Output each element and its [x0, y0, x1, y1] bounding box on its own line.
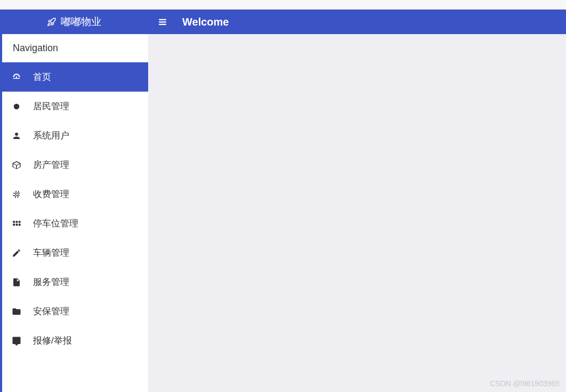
app-container: 嘟嘟物业 Navigation 首页 居民管理 系统用户 — [0, 10, 566, 392]
brand-header[interactable]: 嘟嘟物业 — [0, 10, 148, 34]
nav-item-label: 停车位管理 — [33, 217, 78, 230]
nav-item-fees[interactable]: 收费管理 — [2, 179, 148, 209]
nav-item-repair-report[interactable]: 报修/举报 — [2, 326, 148, 355]
nav-item-vehicles[interactable]: 车辆管理 — [2, 238, 148, 267]
file-icon — [12, 277, 21, 287]
nav-item-parking[interactable]: 停车位管理 — [2, 209, 148, 238]
nav-item-label: 安保管理 — [33, 305, 69, 317]
nav-section-header: Navigation — [2, 34, 148, 62]
nav-item-label: 收费管理 — [33, 188, 69, 200]
circle-icon — [12, 102, 21, 111]
svg-rect-7 — [159, 19, 166, 20]
box-icon — [12, 160, 21, 170]
folder-icon — [12, 307, 21, 316]
page-title: Welcome — [182, 16, 229, 28]
nav-item-label: 车辆管理 — [33, 247, 69, 259]
nav-item-property[interactable]: 房产管理 — [2, 150, 148, 179]
nav-item-label: 系统用户 — [33, 129, 69, 142]
hash-icon — [12, 190, 21, 199]
nav-item-home[interactable]: 首页 — [2, 62, 148, 92]
dashboard-icon — [12, 72, 21, 82]
nav-item-label: 房产管理 — [33, 159, 69, 171]
svg-rect-9 — [159, 24, 166, 25]
svg-rect-2 — [16, 220, 18, 223]
nav-list: 首页 居民管理 系统用户 房产管理 — [2, 62, 148, 392]
main-header: Welcome — [148, 10, 566, 34]
content-area — [148, 34, 566, 392]
pencil-icon — [12, 248, 21, 258]
hamburger-icon — [158, 17, 167, 27]
nav-item-services[interactable]: 服务管理 — [2, 267, 148, 297]
menu-toggle-button[interactable] — [158, 17, 167, 27]
grid-icon — [12, 219, 21, 228]
svg-rect-1 — [13, 220, 15, 223]
sidebar: 嘟嘟物业 Navigation 首页 居民管理 系统用户 — [0, 10, 148, 392]
nav-item-label: 居民管理 — [33, 100, 69, 112]
svg-rect-3 — [19, 220, 21, 223]
svg-rect-8 — [159, 21, 166, 22]
svg-rect-6 — [19, 224, 21, 226]
nav-item-label: 首页 — [33, 71, 51, 83]
nav-item-users[interactable]: 系统用户 — [2, 121, 148, 150]
brand-title: 嘟嘟物业 — [61, 15, 101, 29]
comment-icon — [12, 336, 21, 346]
svg-point-0 — [14, 103, 20, 109]
svg-rect-4 — [13, 224, 15, 226]
nav-item-label: 报修/举报 — [33, 334, 72, 347]
nav-item-residents[interactable]: 居民管理 — [2, 92, 148, 121]
svg-rect-5 — [16, 224, 18, 226]
browser-address-bar — [0, 0, 566, 10]
rocket-icon — [47, 17, 56, 27]
user-icon — [12, 131, 21, 141]
nav-item-security[interactable]: 安保管理 — [2, 297, 148, 326]
main-area: Welcome — [148, 10, 566, 392]
nav-item-label: 服务管理 — [33, 276, 69, 288]
